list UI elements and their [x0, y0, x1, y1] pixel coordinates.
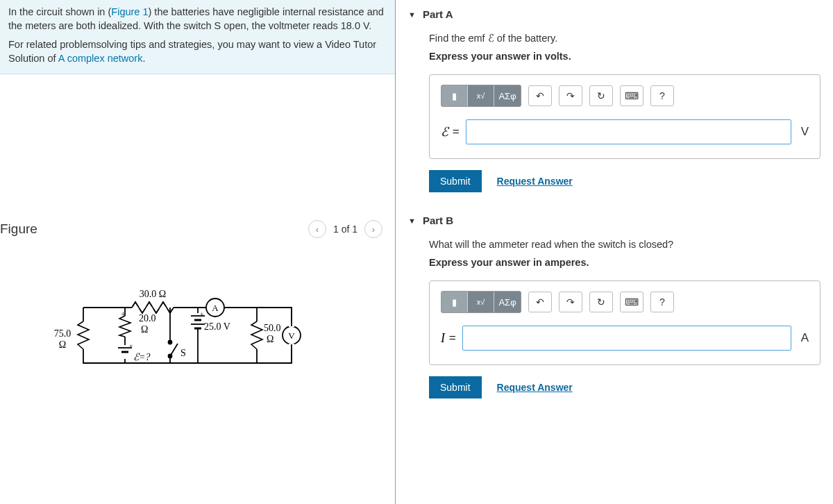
part-b-title: Part B	[423, 215, 453, 226]
svg-text:Ω: Ω	[141, 324, 148, 335]
collapse-icon[interactable]: ▼	[408, 217, 416, 225]
svg-text:+: +	[129, 342, 133, 350]
svg-text:V: V	[288, 330, 295, 341]
format-group: ▮ x√ ΑΣφ	[441, 85, 521, 107]
fraction-button[interactable]: x√	[468, 292, 494, 312]
pager-label: 1 of 1	[333, 224, 357, 235]
submit-button-a[interactable]: Submit	[429, 170, 482, 192]
svg-text:20.0: 20.0	[139, 313, 156, 324]
svg-text:Ω: Ω	[267, 334, 274, 344]
svg-text:75.0: 75.0	[54, 328, 71, 339]
part-a-instruction: Express your answer in volts.	[429, 51, 821, 62]
templates-button[interactable]: ▮	[441, 292, 468, 312]
greek-button[interactable]: ΑΣφ	[494, 85, 521, 106]
svg-rect-20	[255, 321, 258, 349]
svg-text:30.0 Ω: 30.0 Ω	[140, 289, 166, 299]
answer-input-a[interactable]	[466, 119, 791, 144]
figure-title: Figure	[0, 221, 37, 237]
help-button[interactable]: ?	[650, 85, 674, 106]
svg-rect-2	[82, 321, 85, 349]
svg-point-10	[169, 341, 172, 344]
keyboard-button[interactable]: ⌨	[620, 292, 643, 312]
svg-text:50.0: 50.0	[264, 323, 281, 333]
prev-figure-button[interactable]: ‹	[308, 220, 326, 238]
greek-button[interactable]: ΑΣφ	[494, 292, 521, 312]
variable-label: I =	[441, 331, 457, 346]
format-group: ▮ x√ ΑΣφ	[441, 291, 521, 313]
problem-statement: In the circuit shown in (Figure 1) the b…	[0, 0, 395, 74]
part-a-title: Part A	[423, 8, 453, 20]
answer-input-b[interactable]	[462, 326, 791, 351]
answer-box-b: ▮ x√ ΑΣφ ↶ ↷ ↻ ⌨ ? I = A	[429, 280, 821, 365]
svg-text:S: S	[180, 348, 186, 358]
submit-button-b[interactable]: Submit	[429, 376, 482, 398]
reset-button[interactable]: ↻	[589, 292, 613, 312]
unit-label: A	[801, 331, 809, 345]
next-figure-button[interactable]: ›	[364, 220, 382, 238]
variable-label: ℰ =	[441, 124, 460, 140]
collapse-icon[interactable]: ▼	[408, 10, 416, 19]
request-answer-a[interactable]: Request Answer	[497, 176, 573, 187]
redo-button[interactable]: ↷	[559, 85, 582, 106]
svg-text:Ω: Ω	[59, 339, 66, 350]
svg-text:A: A	[212, 303, 219, 313]
fraction-button[interactable]: x√	[468, 85, 494, 106]
svg-text:ℰ=?: ℰ=?	[133, 352, 150, 362]
answer-box-a: ▮ x√ ΑΣφ ↶ ↷ ↻ ⌨ ? ℰ = V	[429, 74, 821, 159]
svg-text:25.0 V: 25.0 V	[204, 321, 230, 332]
figure-link[interactable]: Figure 1	[111, 6, 148, 17]
tips-text: .	[142, 53, 145, 64]
undo-button[interactable]: ↶	[528, 85, 552, 106]
unit-label: V	[801, 125, 809, 139]
svg-text:+: +	[200, 310, 204, 318]
undo-button[interactable]: ↶	[528, 292, 552, 312]
part-a-question: Find the emf ℰ of the battery.	[429, 33, 821, 44]
templates-button[interactable]: ▮	[441, 85, 468, 106]
reset-button[interactable]: ↻	[589, 85, 613, 106]
problem-text: In the circuit shown in (	[8, 6, 111, 17]
figure-pager: ‹ 1 of 1 ›	[308, 220, 382, 238]
redo-button[interactable]: ↷	[559, 292, 582, 312]
part-b-instruction: Express your answer in amperes.	[429, 257, 821, 268]
request-answer-b[interactable]: Request Answer	[497, 382, 573, 393]
part-b-question: What will the ammeter read when the swit…	[429, 239, 821, 250]
circuit-diagram: A V 30.0 Ω 75.0 Ω 20.0 Ω ℰ=? S 25.0 V 50…	[42, 287, 333, 384]
tips-link[interactable]: A complex network	[58, 53, 143, 64]
help-button[interactable]: ?	[650, 292, 674, 312]
svg-text:+: +	[121, 310, 126, 319]
keyboard-button[interactable]: ⌨	[620, 85, 643, 106]
